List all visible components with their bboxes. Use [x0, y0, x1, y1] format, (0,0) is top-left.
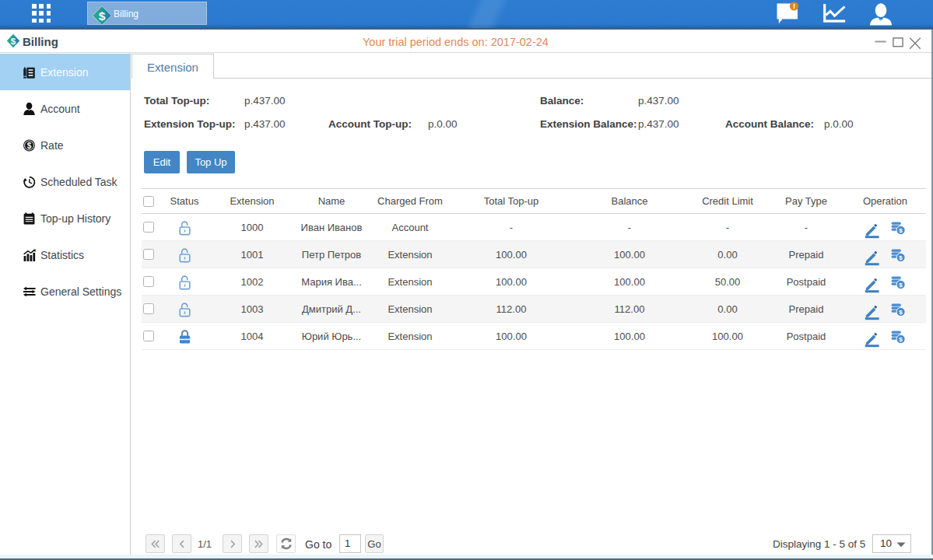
svg-text:$: $ — [27, 141, 32, 149]
svg-text:$: $ — [99, 9, 106, 23]
svg-text:$: $ — [899, 227, 903, 234]
svg-text:$: $ — [899, 336, 903, 343]
svg-text:$: $ — [899, 254, 903, 261]
svg-text:!: ! — [793, 2, 795, 10]
svg-text:$: $ — [899, 309, 903, 316]
svg-text:$: $ — [899, 282, 903, 289]
svg-text:$: $ — [11, 37, 16, 46]
